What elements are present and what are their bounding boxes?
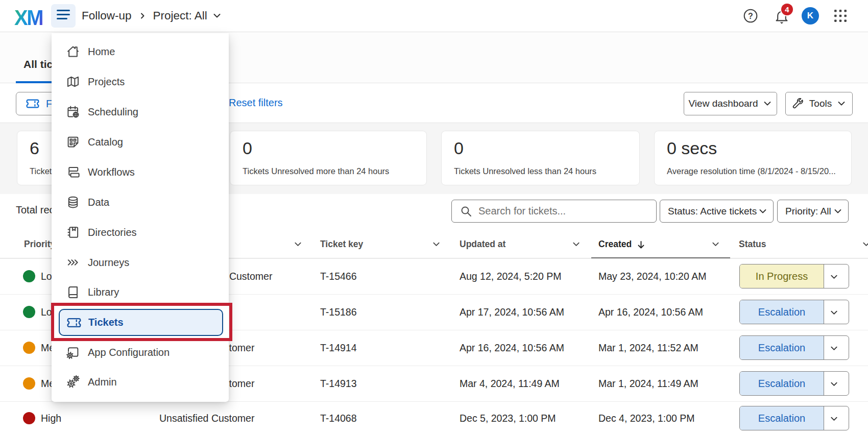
svg-text:?: ? — [748, 12, 753, 20]
